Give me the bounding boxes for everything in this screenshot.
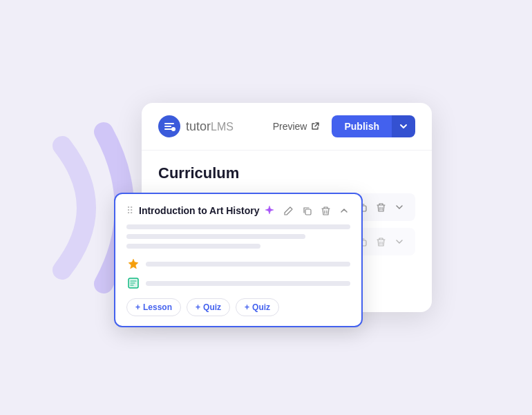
add-quiz-label-2: Quiz [252, 302, 270, 312]
add-lesson-button[interactable]: + Lesson [126, 298, 181, 316]
add-quiz-button-1[interactable]: + Quiz [187, 298, 230, 316]
header-actions: Preview Publish [266, 115, 415, 137]
logo-text: tutorLMS [186, 119, 234, 134]
lesson-star-icon [126, 257, 140, 271]
content-line-2 [126, 234, 305, 239]
trash-icon [376, 202, 386, 213]
expand-button-2[interactable] [393, 235, 406, 248]
copy-icon-floating [302, 206, 312, 216]
chevron-down-icon-row [395, 202, 404, 212]
lesson-line-2 [146, 281, 350, 286]
trash-icon-floating [321, 206, 331, 216]
collapse-button-floating[interactable] [338, 204, 350, 217]
expand-button-1[interactable] [393, 201, 406, 213]
lesson-line-1 [146, 262, 350, 267]
floating-card-actions [263, 204, 350, 218]
main-card: tutorLMS Preview Publish Curriculum [142, 103, 432, 312]
copy-button-floating[interactable] [301, 204, 314, 218]
publish-button[interactable]: Publish [332, 115, 392, 137]
external-link-icon [311, 122, 319, 131]
content-line-1 [126, 224, 350, 229]
add-quiz-button-2[interactable]: + Quiz [236, 298, 279, 316]
delete-button-floating[interactable] [319, 204, 332, 218]
edit-button-floating[interactable] [282, 204, 295, 218]
floating-card-title: Introduction to Art History [139, 205, 259, 216]
floating-card-header: ⠿ Introduction to Art History [126, 204, 350, 218]
chevron-down-icon-row2 [395, 237, 404, 247]
publish-dropdown-button[interactable] [392, 115, 415, 137]
add-quiz-label-1: Quiz [203, 302, 221, 312]
publish-group: Publish [332, 115, 415, 137]
ai-button-floating[interactable] [263, 204, 276, 218]
preview-label: Preview [273, 121, 307, 132]
floating-card-title-row: ⠿ Introduction to Art History [126, 205, 259, 216]
trash-icon-2 [376, 237, 386, 247]
ai-star-icon-floating [264, 205, 275, 216]
add-lesson-label: Lesson [143, 302, 172, 312]
svg-point-1 [171, 127, 175, 131]
content-line-3 [126, 244, 260, 249]
add-quiz-plus-2: + [245, 302, 249, 312]
content-lines [126, 224, 350, 249]
lesson-item-1 [126, 257, 350, 271]
add-quiz-plus-1: + [196, 302, 200, 312]
lesson-item-2 [126, 276, 350, 290]
drag-handle-floating[interactable]: ⠿ [126, 205, 133, 216]
preview-button[interactable]: Preview [266, 117, 327, 136]
lesson-book-icon [126, 276, 140, 290]
page-title: Curriculum [158, 164, 415, 182]
add-lesson-plus: + [135, 302, 140, 312]
logo: tutorLMS [158, 115, 234, 137]
floating-topic-card: ⠿ Introduction to Art History [114, 193, 363, 327]
delete-button-1[interactable] [374, 201, 388, 214]
delete-button-2[interactable] [374, 235, 388, 249]
header: tutorLMS Preview Publish [142, 103, 432, 151]
chevron-up-icon-floating [339, 206, 349, 215]
edit-icon-floating [283, 206, 294, 216]
svg-rect-7 [305, 209, 311, 215]
tutor-lms-logo-icon [158, 115, 180, 137]
add-buttons: + Lesson + Quiz + Quiz [126, 298, 350, 316]
chevron-down-icon [399, 122, 408, 131]
